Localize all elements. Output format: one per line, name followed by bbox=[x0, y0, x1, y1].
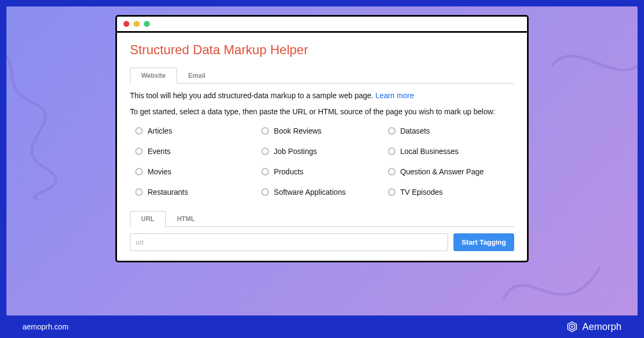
option-label: Articles bbox=[148, 127, 172, 135]
option-products[interactable]: Products bbox=[261, 167, 382, 176]
tab-email[interactable]: Email bbox=[177, 68, 217, 84]
radio-icon bbox=[388, 127, 396, 135]
option-label: Job Postings bbox=[274, 147, 317, 156]
option-movies[interactable]: Movies bbox=[135, 167, 256, 176]
option-events[interactable]: Events bbox=[135, 147, 256, 156]
radio-icon bbox=[261, 188, 269, 196]
footer-brand-name: Aemorph bbox=[582, 321, 621, 333]
radio-icon bbox=[261, 168, 269, 175]
data-type-options: Articles Book Reviews Datasets Events Jo… bbox=[130, 127, 514, 196]
radio-icon bbox=[388, 188, 396, 196]
tab-html[interactable]: HTML bbox=[166, 211, 206, 227]
tab-url[interactable]: URL bbox=[130, 211, 166, 227]
decorative-squiggle bbox=[6, 39, 92, 200]
page-footer: aemoprh.com Aemorph bbox=[6, 315, 638, 338]
radio-icon bbox=[261, 127, 269, 135]
svg-point-2 bbox=[571, 326, 573, 328]
option-label: Software Applications bbox=[274, 188, 346, 196]
radio-icon bbox=[135, 188, 143, 196]
app-window: Structured Data Markup Helper Website Em… bbox=[115, 15, 529, 262]
source-tab-row: Website Email bbox=[130, 67, 514, 84]
window-close-icon[interactable] bbox=[123, 21, 129, 27]
option-local-businesses[interactable]: Local Businesses bbox=[388, 147, 509, 156]
option-question-answer[interactable]: Question & Answer Page bbox=[388, 167, 509, 176]
brand-logo-icon bbox=[566, 321, 578, 333]
option-job-postings[interactable]: Job Postings bbox=[261, 147, 382, 156]
radio-icon bbox=[261, 148, 269, 155]
tab-website[interactable]: Website bbox=[130, 68, 177, 84]
option-articles[interactable]: Articles bbox=[135, 127, 256, 135]
footer-domain: aemoprh.com bbox=[23, 322, 69, 331]
description-text: This tool will help you add structured-d… bbox=[130, 91, 514, 100]
instruction-text: To get started, select a data type, then… bbox=[130, 107, 514, 116]
page-background: Structured Data Markup Helper Website Em… bbox=[6, 6, 638, 315]
radio-icon bbox=[388, 168, 396, 175]
window-content: Structured Data Markup Helper Website Em… bbox=[117, 33, 527, 261]
option-datasets[interactable]: Datasets bbox=[388, 127, 509, 135]
option-label: Question & Answer Page bbox=[400, 167, 484, 176]
option-label: TV Episodes bbox=[400, 188, 443, 196]
start-tagging-button[interactable]: Start Tagging bbox=[453, 233, 514, 251]
option-tv-episodes[interactable]: TV Episodes bbox=[388, 188, 509, 196]
option-label: Datasets bbox=[400, 127, 430, 135]
description-body: This tool will help you add structured-d… bbox=[130, 91, 376, 100]
radio-icon bbox=[388, 148, 396, 155]
option-label: Movies bbox=[148, 167, 171, 176]
footer-brand: Aemorph bbox=[566, 321, 621, 333]
option-label: Events bbox=[148, 147, 171, 156]
url-input[interactable] bbox=[130, 233, 448, 251]
window-maximize-icon[interactable] bbox=[144, 21, 150, 27]
radio-icon bbox=[135, 148, 143, 155]
option-software-applications[interactable]: Software Applications bbox=[261, 188, 382, 196]
option-label: Products bbox=[274, 167, 303, 176]
page-title: Structured Data Markup Helper bbox=[130, 42, 514, 57]
radio-icon bbox=[135, 127, 143, 135]
option-restaurants[interactable]: Restaurants bbox=[135, 188, 256, 196]
option-label: Local Businesses bbox=[400, 147, 459, 156]
radio-icon bbox=[135, 168, 143, 175]
window-titlebar bbox=[117, 17, 527, 33]
action-row: Start Tagging bbox=[130, 233, 514, 251]
option-label: Book Reviews bbox=[274, 127, 321, 135]
option-label: Restaurants bbox=[148, 188, 188, 196]
window-minimize-icon[interactable] bbox=[134, 21, 140, 27]
input-mode-tab-row: URL HTML bbox=[130, 210, 514, 227]
learn-more-link[interactable]: Learn more bbox=[376, 91, 414, 100]
option-book-reviews[interactable]: Book Reviews bbox=[261, 127, 382, 135]
decorative-squiggle bbox=[546, 23, 638, 130]
